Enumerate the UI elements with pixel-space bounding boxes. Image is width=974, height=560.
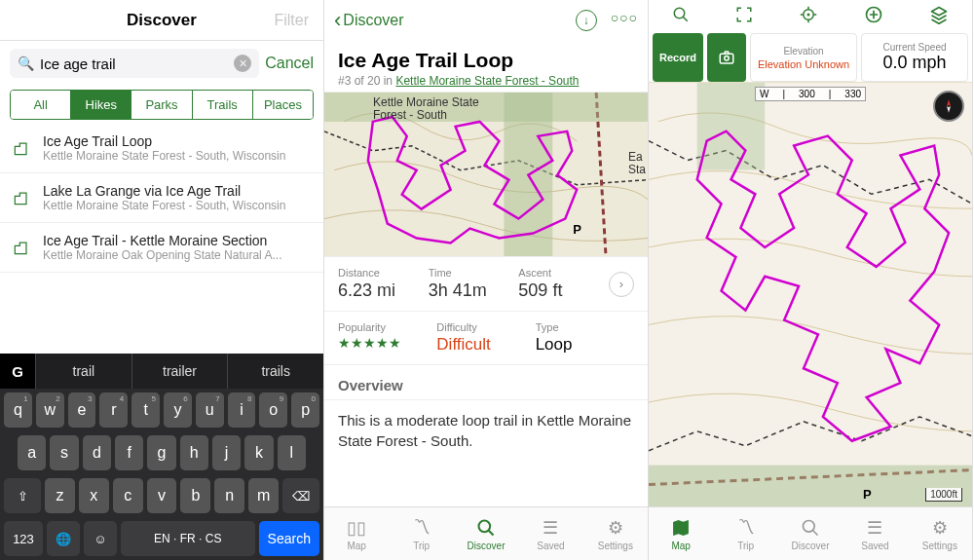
cancel-button[interactable]: Cancel bbox=[265, 55, 314, 72]
tab-trip[interactable]: 〽Trip bbox=[713, 507, 777, 560]
filter-hikes[interactable]: Hikes bbox=[71, 91, 131, 119]
suggestion[interactable]: trail bbox=[35, 354, 131, 389]
back-button[interactable]: ‹ Discover bbox=[334, 8, 404, 33]
record-button[interactable]: Record bbox=[653, 33, 703, 82]
filter-parks[interactable]: Parks bbox=[131, 91, 192, 119]
speed-value: 0.0 mph bbox=[882, 53, 946, 73]
tab-bar: ▯▯Map 〽Trip Discover ☰Saved ⚙Settings bbox=[324, 506, 648, 560]
parking-icon: P bbox=[863, 487, 872, 502]
key-y[interactable]: y6 bbox=[164, 392, 192, 428]
search-input[interactable] bbox=[40, 56, 234, 72]
tab-settings[interactable]: ⚙Settings bbox=[583, 507, 648, 560]
search-key[interactable]: Search bbox=[259, 521, 320, 556]
emoji-key[interactable]: ☺ bbox=[84, 521, 117, 556]
fullscreen-icon[interactable] bbox=[735, 6, 753, 28]
key-o[interactable]: o9 bbox=[259, 392, 287, 428]
filter-trails[interactable]: Trails bbox=[193, 91, 253, 119]
trail-title: Ice Age Trail Loop bbox=[338, 49, 634, 72]
suggestion[interactable]: trailer bbox=[131, 354, 228, 389]
search-icon[interactable] bbox=[672, 6, 690, 28]
overview-heading: Overview bbox=[324, 365, 648, 400]
compass-icon[interactable] bbox=[933, 91, 964, 122]
list-item[interactable]: Lake La Grange via Ice Age Trail Kettle … bbox=[0, 173, 323, 223]
svg-point-6 bbox=[807, 14, 809, 16]
filter-all[interactable]: All bbox=[11, 91, 71, 119]
chevron-right-icon[interactable]: › bbox=[609, 272, 634, 297]
stat-time: 3h 41m bbox=[429, 280, 519, 301]
key-k[interactable]: k bbox=[244, 435, 273, 470]
key-h[interactable]: h bbox=[180, 435, 208, 470]
keyboard-row: asdfghjkl bbox=[0, 431, 323, 474]
gear-icon: ⚙ bbox=[932, 517, 948, 539]
backspace-key[interactable]: ⌫ bbox=[282, 478, 319, 513]
key-d[interactable]: d bbox=[83, 435, 111, 470]
svg-rect-8 bbox=[720, 54, 733, 63]
key-w[interactable]: w2 bbox=[36, 392, 64, 428]
key-f[interactable]: f bbox=[115, 435, 143, 470]
globe-key[interactable]: 🌐 bbox=[47, 521, 80, 556]
shift-key[interactable]: ⇧ bbox=[4, 478, 41, 513]
tab-discover[interactable]: Discover bbox=[778, 507, 843, 560]
key-q[interactable]: q1 bbox=[4, 392, 32, 428]
download-icon[interactable]: ↓ bbox=[576, 10, 597, 31]
map-icon bbox=[671, 517, 691, 539]
tab-trip[interactable]: 〽Trip bbox=[389, 507, 453, 560]
elevation-stat[interactable]: Elevation Elevation Unknown bbox=[750, 33, 857, 82]
key-s[interactable]: s bbox=[50, 435, 78, 470]
clear-icon[interactable]: ✕ bbox=[234, 55, 251, 72]
key-e[interactable]: e3 bbox=[68, 392, 96, 428]
key-b[interactable]: b bbox=[180, 478, 210, 513]
meta-label: Type bbox=[536, 321, 634, 333]
page-title: Discover bbox=[127, 11, 197, 30]
key-p[interactable]: p0 bbox=[291, 392, 319, 428]
tab-map[interactable]: ▯▯Map bbox=[324, 507, 389, 560]
saved-icon: ☰ bbox=[867, 517, 882, 539]
tab-settings[interactable]: ⚙Settings bbox=[908, 507, 972, 560]
add-icon[interactable] bbox=[864, 5, 883, 29]
hike-icon bbox=[12, 183, 33, 212]
locate-icon[interactable] bbox=[800, 6, 817, 28]
filter-places[interactable]: Places bbox=[253, 91, 313, 119]
list-item[interactable]: Ice Age Trail Loop Kettle Moraine State … bbox=[0, 124, 323, 173]
key-r[interactable]: r4 bbox=[99, 392, 128, 428]
key-v[interactable]: v bbox=[147, 478, 177, 513]
lang-key[interactable]: EN · FR · CS bbox=[121, 521, 255, 556]
keyboard-row: q1w2e3r4t5y6u7i8o9p0 bbox=[0, 389, 323, 431]
key-t[interactable]: t5 bbox=[131, 392, 160, 428]
tab-bar: Map 〽Trip Discover ☰Saved ⚙Settings bbox=[649, 506, 972, 560]
saved-icon: ☰ bbox=[543, 517, 558, 539]
tab-saved[interactable]: ☰Saved bbox=[518, 507, 582, 560]
key-g[interactable]: g bbox=[147, 435, 175, 470]
park-link[interactable]: Kettle Moraine State Forest - South bbox=[395, 74, 579, 88]
key-m[interactable]: m bbox=[248, 478, 279, 513]
suggestion[interactable]: trails bbox=[227, 354, 323, 389]
heading-ruler: W|300|330 bbox=[755, 87, 866, 101]
key-i[interactable]: i8 bbox=[228, 392, 256, 428]
trail-map-preview[interactable]: Kettle Moraine State Forest - South Ea S… bbox=[324, 92, 648, 257]
keyboard-g-icon[interactable]: G bbox=[0, 354, 35, 389]
stat-distance: 6.23 mi bbox=[338, 280, 429, 301]
tab-discover[interactable]: Discover bbox=[454, 507, 518, 560]
list-item[interactable]: Ice Age Trail - Kettle Moraine Section K… bbox=[0, 223, 323, 273]
key-n[interactable]: n bbox=[214, 478, 244, 513]
key-l[interactable]: l bbox=[278, 435, 306, 470]
numeric-key[interactable]: 123 bbox=[4, 521, 43, 556]
key-a[interactable]: a bbox=[18, 435, 46, 470]
trail-sub: #3 of 20 in Kettle Moraine State Forest … bbox=[338, 74, 634, 88]
search-box[interactable]: 🔍 ✕ bbox=[10, 49, 259, 78]
filter-button[interactable]: Filter bbox=[274, 12, 309, 29]
layers-icon[interactable] bbox=[929, 5, 949, 29]
more-icon[interactable]: ○○○ bbox=[611, 10, 638, 31]
speed-stat[interactable]: Current Speed 0.0 mph bbox=[861, 33, 968, 82]
key-x[interactable]: x bbox=[79, 478, 109, 513]
key-u[interactable]: u7 bbox=[196, 392, 224, 428]
camera-button[interactable] bbox=[707, 33, 746, 82]
stat-label: Distance bbox=[338, 267, 429, 279]
main-map[interactable]: W|300|330 P 1000ft bbox=[649, 82, 972, 560]
stat-label: Elevation bbox=[783, 46, 823, 56]
key-z[interactable]: z bbox=[45, 478, 75, 513]
tab-saved[interactable]: ☰Saved bbox=[843, 507, 907, 560]
key-c[interactable]: c bbox=[113, 478, 143, 513]
key-j[interactable]: j bbox=[212, 435, 241, 470]
tab-map[interactable]: Map bbox=[649, 507, 713, 560]
